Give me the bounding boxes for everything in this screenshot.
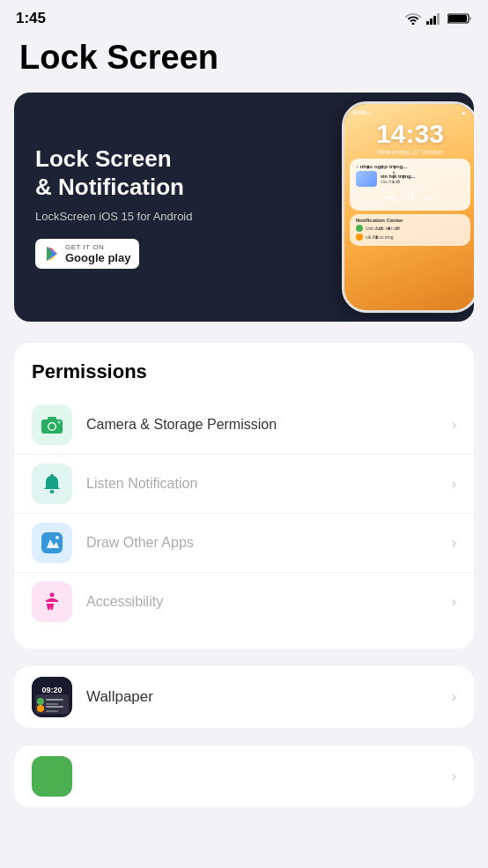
permissions-title: Permissions (14, 360, 474, 396)
wallpaper-label: Wallpaper (86, 688, 452, 706)
camera-chevron: › (452, 417, 456, 433)
svg-rect-1 (430, 19, 433, 25)
extra-section: › (14, 746, 474, 807)
notification-chevron: › (452, 476, 456, 492)
accessibility-icon-wrap (32, 582, 72, 622)
svg-rect-0 (426, 21, 429, 25)
notification-icon-wrap (32, 464, 72, 504)
svg-rect-28 (46, 710, 58, 712)
extra-chevron: › (452, 768, 456, 784)
camera-icon (41, 415, 63, 434)
svg-rect-27 (46, 706, 63, 708)
wallpaper-item[interactable]: 09:20 Wallpaper › (14, 666, 474, 728)
bell-icon (42, 473, 62, 494)
wifi-icon (405, 12, 421, 25)
svg-text:09:20: 09:20 (41, 686, 62, 694)
permission-item-camera[interactable]: Camera & Storage Permission › (14, 396, 474, 455)
camera-icon-wrap (32, 404, 72, 445)
notification-label: Listen Notification (86, 476, 452, 492)
permission-item-accessibility[interactable]: Accessibility › (14, 573, 474, 631)
phone-status-bar: Ente... ▲ (344, 104, 474, 115)
svg-point-24 (37, 705, 44, 712)
wallpaper-icon-img: 09:20 (32, 677, 72, 717)
permissions-section: Permissions Camera & Storage Permission … (14, 343, 474, 649)
svg-point-14 (58, 421, 61, 424)
banner-text-area: Lock Screen& Notification LockScreen iOS… (14, 121, 474, 293)
svg-point-12 (49, 424, 55, 430)
wallpaper-thumbnail: 09:20 (32, 677, 72, 717)
banner: Lock Screen& Notification LockScreen iOS… (14, 93, 474, 322)
play-badge[interactable]: GET IT ON Google play (35, 239, 139, 269)
svg-point-15 (50, 490, 55, 493)
svg-rect-26 (46, 703, 58, 705)
accessibility-chevron: › (452, 594, 456, 610)
draw-chevron: › (452, 535, 456, 551)
svg-point-17 (55, 536, 59, 539)
banner-subtitle: LockScreen iOS 15 for Android (35, 210, 453, 223)
extra-icon (32, 756, 72, 797)
signal-icon (426, 12, 442, 25)
svg-point-23 (37, 698, 44, 705)
svg-point-18 (50, 593, 55, 597)
battery-icon (447, 12, 472, 25)
extra-item[interactable]: › (14, 746, 474, 807)
play-badge-get: GET IT ON (65, 243, 130, 251)
accessibility-label: Accessibility (86, 594, 452, 610)
accessibility-icon (41, 591, 63, 612)
svg-rect-3 (437, 13, 440, 25)
svg-rect-2 (433, 16, 436, 25)
svg-rect-25 (46, 699, 63, 701)
draw-icon-wrap (32, 523, 72, 563)
wallpaper-section: 09:20 Wallpaper › (14, 666, 474, 728)
permission-item-notification[interactable]: Listen Notification › (14, 455, 474, 514)
page-title: Lock Screen (0, 32, 488, 93)
permission-item-draw[interactable]: Draw Other Apps › (14, 514, 474, 573)
camera-label: Camera & Storage Permission (86, 417, 452, 433)
banner-title: Lock Screen& Notification (35, 145, 453, 200)
play-store-icon (44, 246, 60, 262)
wallpaper-icon-wrap: 09:20 (32, 677, 72, 717)
wallpaper-chevron: › (452, 689, 456, 705)
svg-rect-13 (48, 417, 56, 420)
play-badge-text: GET IT ON Google play (65, 243, 130, 264)
svg-rect-5 (448, 15, 467, 22)
draw-label: Draw Other Apps (86, 535, 452, 551)
play-badge-store: Google play (65, 251, 130, 264)
status-icons (405, 12, 472, 25)
status-bar: 1:45 (0, 0, 488, 32)
draw-icon (41, 532, 63, 553)
status-time: 1:45 (16, 10, 46, 27)
